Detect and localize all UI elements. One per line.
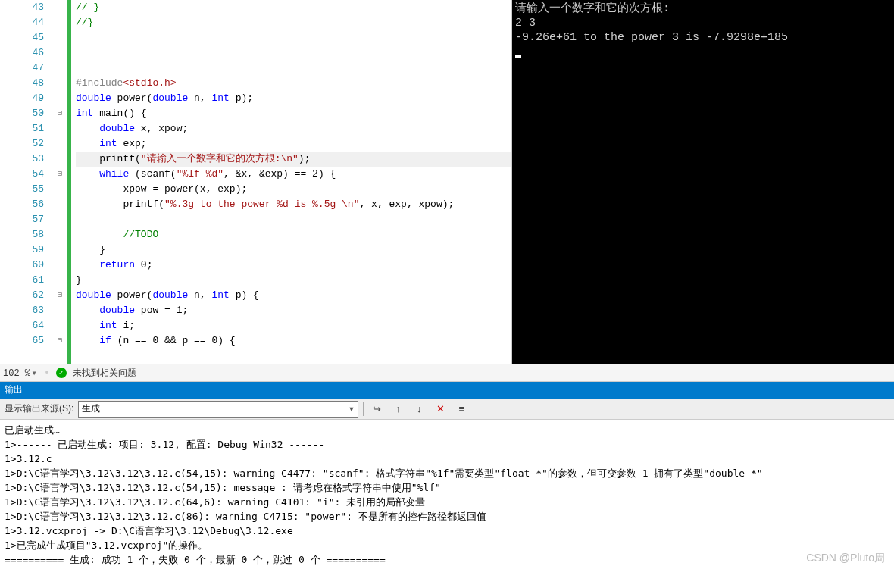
fold-toggle — [53, 258, 67, 273]
main-area: 4344454647484950515253545556575859606162… — [0, 0, 894, 364]
line-number: 58 — [0, 227, 44, 242]
line-number: 63 — [0, 303, 44, 318]
output-body[interactable]: 已启动生成…1>------ 已启动生成: 项目: 3.12, 配置: Debu… — [0, 420, 894, 586]
separator — [363, 402, 364, 416]
goto-source-button[interactable]: ↪ — [368, 401, 385, 418]
code-area[interactable]: // }//}#include<stdio.h>double power(dou… — [71, 0, 511, 364]
code-line[interactable]: double power(double n, int p) { — [76, 288, 511, 303]
fold-toggle[interactable]: ⊟ — [53, 106, 67, 121]
console-line: -9.26e+61 to the power 3 is -7.9298e+185 — [515, 30, 891, 45]
code-line[interactable]: double pow = 1; — [76, 303, 511, 318]
line-number: 61 — [0, 273, 44, 288]
fold-toggle — [53, 242, 67, 258]
code-line[interactable]: return 0; — [76, 258, 511, 273]
output-line: 已启动生成… — [5, 423, 889, 437]
output-line: 1>3.12.vcxproj -> D:\C语言学习\3.12\Debug\3.… — [5, 524, 889, 538]
line-number: 49 — [0, 91, 44, 106]
code-line[interactable]: xpow = power(x, exp); — [76, 182, 511, 197]
output-line: ========== 生成: 成功 1 个，失败 0 个，最新 0 个，跳过 0… — [5, 552, 889, 567]
cursor — [515, 55, 521, 58]
console-window[interactable]: 请输入一个数字和它的次方根:2 3-9.26e+61 to the power … — [512, 0, 894, 364]
line-number: 45 — [0, 30, 44, 45]
code-line[interactable]: #include<stdio.h> — [76, 76, 511, 91]
code-line[interactable]: } — [76, 242, 511, 258]
fold-toggle — [53, 61, 67, 76]
line-number: 43 — [0, 0, 44, 15]
fold-toggle[interactable]: ⊟ — [53, 288, 67, 303]
code-line[interactable]: int i; — [76, 318, 511, 333]
line-number: 47 — [0, 61, 44, 76]
line-number: 53 — [0, 152, 44, 167]
check-icon: ✓ — [56, 368, 67, 378]
output-line: 1>------ 已启动生成: 项目: 3.12, 配置: Debug Win3… — [5, 437, 889, 452]
line-number: 51 — [0, 121, 44, 136]
fold-toggle — [53, 227, 67, 242]
fold-toggle — [53, 152, 67, 167]
line-number: 62 — [0, 288, 44, 303]
clear-button[interactable]: ✕ — [432, 401, 449, 418]
line-number-gutter: 4344454647484950515253545556575859606162… — [0, 0, 53, 364]
zoom-dropdown-icon[interactable]: ▾ — [30, 368, 38, 379]
output-line: 1>D:\C语言学习\3.12\3.12\3.12.c(54,15): mess… — [5, 480, 889, 495]
fold-toggle — [53, 0, 67, 15]
code-line[interactable]: //TODO — [76, 227, 511, 242]
code-line[interactable] — [76, 212, 511, 227]
code-line[interactable] — [76, 45, 511, 61]
editor-status-bar: 102 %▾ • ✓ 未找到相关问题 — [0, 364, 894, 382]
fold-toggle[interactable]: ⊟ — [53, 333, 67, 349]
chevron-down-icon: ▼ — [348, 405, 355, 413]
fold-toggle — [53, 30, 67, 45]
fold-gutter[interactable]: ⊟⊟⊟⊟ — [53, 0, 67, 364]
code-line[interactable]: int exp; — [76, 136, 511, 152]
code-line[interactable]: // } — [76, 0, 511, 15]
code-line[interactable]: int main() { — [76, 106, 511, 121]
fold-toggle — [53, 197, 67, 212]
zoom-level[interactable]: 102 %▾ — [3, 368, 38, 379]
fold-toggle — [53, 121, 67, 136]
code-line[interactable]: if (n == 0 && p == 0) { — [76, 333, 511, 349]
fold-toggle — [53, 15, 67, 30]
line-number: 56 — [0, 197, 44, 212]
fold-toggle — [53, 318, 67, 333]
code-editor[interactable]: 4344454647484950515253545556575859606162… — [0, 0, 512, 364]
code-line[interactable]: double x, xpow; — [76, 121, 511, 136]
status-text: 未找到相关问题 — [73, 367, 136, 380]
output-line: 1>3.12.c — [5, 452, 889, 466]
prev-message-button[interactable]: ↑ — [389, 401, 406, 418]
output-toolbar: 显示输出来源(S): 生成 ▼ ↪ ↑ ↓ ✕ ≡ — [0, 399, 894, 420]
output-line: 1>D:\C语言学习\3.12\3.12\3.12.c(54,15): warn… — [5, 466, 889, 480]
code-line[interactable] — [76, 30, 511, 45]
output-source-label: 显示输出来源(S): — [5, 402, 73, 415]
output-line: 1>D:\C语言学习\3.12\3.12\3.12.c(86): warning… — [5, 509, 889, 524]
fold-toggle — [53, 76, 67, 91]
line-number: 48 — [0, 76, 44, 91]
fold-toggle[interactable]: ⊟ — [53, 167, 67, 182]
fold-toggle — [53, 273, 67, 288]
output-line: 1>已完成生成项目"3.12.vcxproj"的操作。 — [5, 538, 889, 552]
line-number: 65 — [0, 333, 44, 349]
toggle-wrap-button[interactable]: ≡ — [453, 401, 470, 418]
code-line[interactable]: //} — [76, 15, 511, 30]
output-line: 1>D:\C语言学习\3.12\3.12\3.12.c(64,6): warni… — [5, 495, 889, 509]
line-number: 57 — [0, 212, 44, 227]
line-number: 60 — [0, 258, 44, 273]
line-number: 55 — [0, 182, 44, 197]
fold-toggle — [53, 91, 67, 106]
code-line[interactable]: printf("%.3g to the power %d is %.5g \n"… — [76, 197, 511, 212]
output-source-value: 生成 — [82, 402, 100, 415]
code-line[interactable]: while (scanf("%lf %d", &x, &exp) == 2) { — [76, 167, 511, 182]
code-line[interactable]: } — [76, 273, 511, 288]
output-panel-title: 输出 — [0, 382, 894, 399]
console-line: 2 3 — [515, 16, 891, 30]
output-source-select[interactable]: 生成 ▼ — [78, 401, 358, 418]
next-message-button[interactable]: ↓ — [411, 401, 427, 418]
fold-toggle — [53, 303, 67, 318]
code-line[interactable]: printf("请输入一个数字和它的次方根:\n"); — [76, 152, 511, 167]
code-line[interactable]: double power(double n, int p); — [76, 91, 511, 106]
line-number: 44 — [0, 15, 44, 30]
watermark: CSDN @Pluto周 — [806, 552, 885, 565]
fold-toggle — [53, 182, 67, 197]
line-number: 46 — [0, 45, 44, 61]
line-number: 64 — [0, 318, 44, 333]
code-line[interactable] — [76, 61, 511, 76]
